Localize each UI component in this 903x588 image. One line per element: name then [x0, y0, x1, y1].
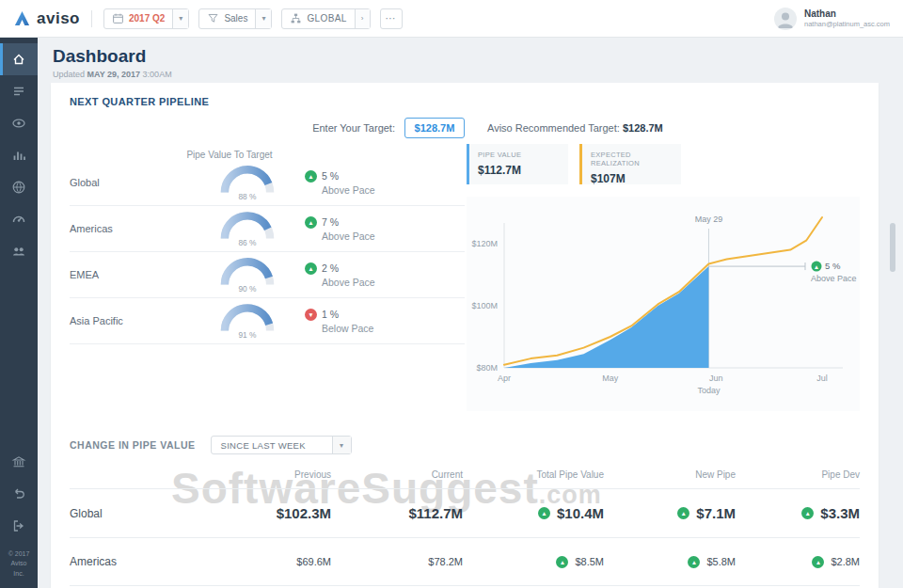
legend-pipe-value: PIPE VALUE $112.7M: [467, 144, 568, 184]
scope-caret[interactable]: ›: [355, 9, 370, 28]
sidebar-item-opportunities[interactable]: [0, 107, 38, 139]
pace-label: Below Pace: [322, 323, 373, 334]
copyright-line: Inc.: [2, 569, 36, 580]
gauge-rows: Global88 %▲5 %Above PaceAmericas86 %▲7 %…: [70, 160, 465, 344]
updated-time: 3:00AM: [143, 70, 172, 79]
top-header: aviso 2017 Q2 ▾ Sales ▾: [0, 0, 903, 38]
gauge-column-title: Pipe Value To Target: [70, 150, 389, 160]
table-cell: $69.6M: [211, 556, 331, 567]
hierarchy-icon: [290, 12, 302, 24]
pipeline-trend-chart: $80M$100M$120MAprMayJunJulMay 29Today▲5 …: [467, 197, 860, 407]
chart-column: PIPE VALUE $112.7M EXPECTED REALIZATION …: [467, 142, 860, 411]
pipeline-section-title: NEXT QUARTER PIPELINE: [70, 96, 860, 107]
user-email: nathan@platinum_asc.com: [804, 20, 890, 28]
legend-label: PIPE VALUE: [478, 151, 560, 159]
change-table-header: Previous Current Total Pipe Value New Pi…: [70, 469, 860, 488]
sidebar-item-undo[interactable]: [0, 478, 38, 510]
gauge-chart: 91 %: [211, 300, 284, 342]
scope-selector[interactable]: GLOBAL ›: [281, 8, 370, 29]
legend-value: $107M: [591, 172, 673, 185]
recommended-label: Aviso Recommended Target:: [487, 122, 620, 134]
sidebar-item-admin[interactable]: [0, 446, 38, 478]
enter-target-label: Enter Your Target:: [312, 122, 395, 134]
pace-label: Above Pace: [322, 230, 375, 242]
gauge-column: Pipe Value To Target Global88 %▲5 %Above…: [70, 142, 465, 411]
forecast-icon: [11, 84, 26, 99]
quarter-selector[interactable]: 2017 Q2 ▾: [103, 8, 189, 29]
gauge-row: Global88 %▲5 %Above Pace: [70, 160, 465, 206]
target-row: Enter Your Target: Aviso Recommended Tar…: [70, 116, 860, 140]
column-header: Previous: [211, 469, 331, 480]
sidebar-item-logout[interactable]: [0, 510, 38, 542]
main-area: Dashboard Updated MAY 29, 2017 3:00AM NE…: [38, 38, 903, 588]
svg-text:88 %: 88 %: [238, 192, 257, 201]
svg-text:Jun: Jun: [709, 373, 723, 383]
pipeline-section: NEXT QUARTER PIPELINE Enter Your Target:…: [51, 83, 879, 411]
pace-delta: 5 %: [322, 170, 339, 182]
region-label: Global: [70, 177, 182, 188]
region-label: Asia Pacific: [70, 315, 182, 326]
pace-up-icon: ▲: [305, 262, 317, 275]
dashboard-panel: NEXT QUARTER PIPELINE Enter Your Target:…: [51, 83, 879, 588]
svg-text:90 %: 90 %: [238, 284, 257, 294]
pace-down-icon: ▼: [305, 309, 317, 321]
period-filter-dropdown[interactable]: SINCE LAST WEEK ▾: [211, 436, 352, 454]
brand-name: aviso: [37, 9, 80, 28]
svg-text:91 %: 91 %: [238, 330, 257, 340]
table-cell: ▲$8.5M: [463, 556, 604, 568]
sidebar-item-forecast[interactable]: [0, 75, 38, 107]
change-table-body: Global$102.3M$112.7M▲$10.4M▲$7.1M▲$3.3MA…: [70, 488, 860, 586]
sidebar-copyright: © 2017 Aviso Inc.: [0, 542, 38, 588]
table-cell: ▲$5.8M: [604, 556, 736, 568]
brand[interactable]: aviso: [13, 9, 80, 28]
team-caret[interactable]: ▾: [255, 9, 271, 28]
sidebar-item-dashboard[interactable]: [0, 43, 38, 75]
pace-indicator: ▼1 %Below Pace: [305, 309, 373, 334]
quarter-caret[interactable]: ▾: [172, 9, 188, 28]
svg-text:5 %: 5 %: [825, 261, 841, 271]
team-selector[interactable]: Sales ▾: [198, 8, 272, 29]
chart-area: $80M$100M$120MAprMayJunJulMay 29Today▲5 …: [467, 197, 860, 411]
column-header: New Pipe: [604, 469, 736, 480]
pace-up-icon: ▲: [305, 170, 317, 183]
period-filter-value: SINCE LAST WEEK: [212, 437, 332, 453]
analytics-icon: [11, 148, 26, 163]
sidebar-item-performance[interactable]: [0, 203, 38, 235]
pace-indicator: ▲7 %Above Pace: [305, 216, 375, 242]
gauge-row: Asia Pacific91 %▼1 %Below Pace: [70, 298, 465, 344]
sidebar-item-regions[interactable]: [0, 171, 38, 203]
table-cell: ▲$10.4M: [463, 505, 604, 521]
recommended-value: $128.7M: [623, 122, 663, 134]
sidebar-nav: [0, 38, 38, 267]
table-cell: ▲$3.3M: [736, 505, 860, 521]
column-header: Total Pipe Value: [463, 469, 604, 480]
pace-indicator: ▲5 %Above Pace: [305, 170, 375, 196]
increase-icon: ▲: [556, 556, 568, 568]
svg-text:May 29: May 29: [695, 215, 723, 224]
calendar-icon: [112, 12, 124, 24]
more-button[interactable]: ⋯: [380, 8, 403, 29]
table-cell: $112.7M: [331, 505, 463, 521]
period-filter-caret[interactable]: ▾: [332, 437, 351, 453]
updated-status: Updated MAY 29, 2017 3:00AM: [53, 70, 888, 79]
table-row: Global$102.3M$112.7M▲$10.4M▲$7.1M▲$3.3M: [70, 488, 860, 537]
user-menu[interactable]: Nathan nathan@platinum_asc.com: [774, 8, 890, 30]
row-region-label: Americas: [70, 555, 211, 568]
table-cell: ▲$7.1M: [604, 505, 736, 521]
svg-text:Above Pace: Above Pace: [811, 274, 857, 283]
legend-label: EXPECTED REALIZATION: [591, 151, 673, 167]
admin-icon: [11, 454, 26, 469]
target-input[interactable]: [404, 118, 465, 138]
page-header: Dashboard Updated MAY 29, 2017 3:00AM: [38, 38, 903, 79]
scope-label: GLOBAL: [307, 13, 346, 24]
vertical-scrollbar[interactable]: [890, 223, 895, 272]
pace-delta: 2 %: [322, 262, 339, 274]
pace-up-icon: ▲: [305, 216, 317, 229]
sidebar-item-team[interactable]: [0, 235, 38, 267]
gauge-chart: 86 %: [211, 208, 284, 249]
avatar: [774, 8, 797, 30]
copyright-line: Aviso: [2, 559, 36, 569]
team-icon: [11, 244, 26, 259]
sidebar-item-analytics[interactable]: [0, 139, 38, 171]
page-title: Dashboard: [53, 46, 888, 67]
